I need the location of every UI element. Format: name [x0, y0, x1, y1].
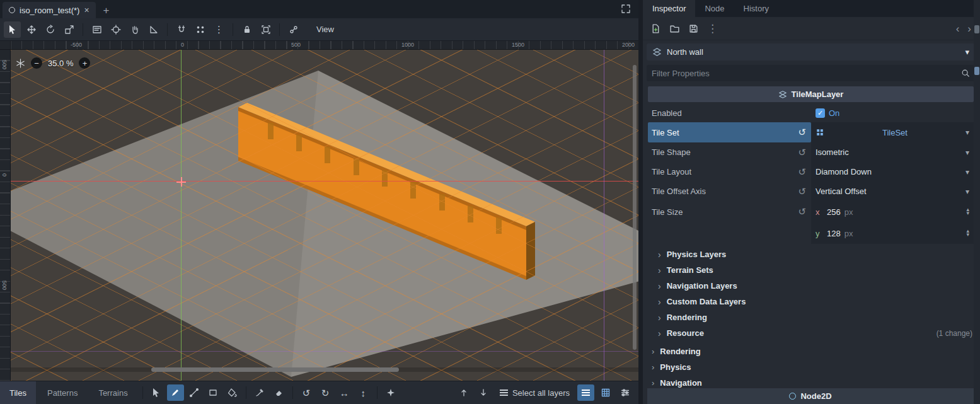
tab-history[interactable]: History — [734, 0, 778, 17]
lock-button[interactable] — [238, 21, 255, 38]
tile-eraser-tool[interactable] — [270, 384, 287, 401]
edited-node-selector[interactable]: North wall ▾ — [647, 43, 975, 61]
tile-picker-tool[interactable] — [251, 384, 268, 401]
rotate-right-icon[interactable]: ↻ — [317, 384, 334, 401]
section-custom-data-layers[interactable]: › Custom Data Layers — [643, 294, 980, 309]
spinner-control[interactable]: ▴ ▾ — [966, 208, 969, 215]
new-resource-icon[interactable] — [650, 23, 661, 34]
filter-properties-box — [647, 65, 975, 81]
grid-toggle[interactable] — [597, 384, 614, 401]
group-physics[interactable]: › Physics — [643, 359, 980, 375]
property-tile-layout: Tile Layout ↺ Diamond Down ▾ — [648, 162, 974, 182]
tile-size-x-spinbox[interactable]: x 256 px ▴ ▾ — [811, 201, 974, 222]
tab-node[interactable]: Node — [695, 0, 734, 17]
history-back-icon[interactable]: ‹ — [956, 23, 960, 34]
close-icon[interactable]: × — [84, 6, 89, 14]
property-label-tile-offset-axis[interactable]: Tile Offset Axis ↺ — [648, 182, 811, 201]
spinner-control[interactable]: ▴ ▾ — [966, 229, 969, 236]
section-terrain-sets[interactable]: › Terrain Sets — [643, 262, 980, 278]
tile-size-x-value[interactable]: 256 — [827, 207, 841, 217]
pan-tool-button[interactable] — [126, 21, 143, 38]
revert-icon[interactable]: ↺ — [798, 147, 806, 158]
2d-viewport-canvas[interactable]: − 35.0 % + — [11, 50, 638, 381]
highlight-layer-toggle[interactable] — [577, 384, 594, 401]
toggle-fullscreen-icon[interactable] — [621, 4, 631, 14]
tab-inspector[interactable]: Inspector — [643, 0, 695, 17]
scene-tab-iso-room-test[interactable]: iso_room_test(*) × — [3, 2, 96, 18]
property-label-tile-layout[interactable]: Tile Layout ↺ — [648, 162, 811, 182]
move-pivot-button[interactable] — [107, 21, 124, 38]
horizontal-scrollbar-thumb[interactable] — [151, 367, 399, 372]
clipped-panel-icon[interactable] — [974, 25, 979, 33]
scale-tool-button[interactable] — [61, 21, 78, 38]
layers-dropdown[interactable]: Select all layers — [495, 388, 575, 398]
center-view-icon[interactable] — [16, 59, 25, 68]
inspector-options-icon[interactable]: ⋮ — [707, 23, 718, 34]
select-tool-button[interactable] — [4, 21, 21, 38]
revert-icon[interactable]: ↺ — [798, 186, 806, 197]
zoom-out-button[interactable]: − — [31, 57, 42, 69]
property-tile-shape: Tile Shape ↺ Isometric ▾ — [648, 142, 974, 162]
flip-vertical-icon[interactable]: ↕ — [355, 384, 372, 401]
load-resource-icon[interactable] — [669, 23, 680, 34]
tile-bucket-tool[interactable] — [224, 384, 241, 401]
tile-layout-dropdown[interactable]: Diamond Down ▾ — [811, 162, 974, 182]
tile-rect-tool[interactable] — [205, 384, 222, 401]
enabled-checkbox[interactable]: ✓ — [816, 108, 825, 118]
history-forward-icon[interactable]: › — [967, 23, 971, 34]
revert-icon[interactable]: ↺ — [798, 166, 806, 178]
section-resource[interactable]: › Resource (1 change) — [643, 325, 980, 341]
filter-properties-input[interactable] — [652, 69, 961, 78]
spin-down-icon[interactable]: ▾ — [966, 212, 969, 216]
add-scene-tab-icon[interactable]: + — [103, 5, 110, 16]
smart-snap-button[interactable] — [173, 21, 190, 38]
group-button[interactable] — [257, 21, 274, 38]
move-layer-down-icon[interactable] — [475, 384, 492, 401]
rotate-tool-button[interactable] — [42, 21, 59, 38]
rotate-left-icon[interactable]: ↺ — [298, 384, 315, 401]
zoom-level[interactable]: 35.0 % — [48, 59, 73, 68]
vertical-scrollbar-thumb[interactable] — [633, 65, 637, 350]
tile-selection-tool[interactable] — [148, 384, 165, 401]
tile-shape-dropdown[interactable]: Isometric ▾ — [811, 142, 974, 162]
tile-line-tool[interactable] — [186, 384, 203, 401]
zoom-in-button[interactable]: + — [79, 57, 90, 69]
revert-icon[interactable]: ↺ — [798, 127, 806, 138]
section-navigation-layers[interactable]: › Navigation Layers — [643, 278, 980, 294]
flip-horizontal-icon[interactable]: ↔ — [336, 384, 353, 401]
tile-offset-axis-dropdown[interactable]: Vertical Offset ▾ — [811, 182, 974, 201]
property-label-enabled[interactable]: Enabled — [648, 103, 811, 122]
tile-paint-tool[interactable] — [167, 384, 184, 401]
tab-patterns[interactable]: Patterns — [38, 381, 87, 404]
tile-size-y-spinbox[interactable]: y 128 px ▴ ▾ — [811, 222, 974, 244]
save-resource-icon[interactable] — [688, 23, 699, 34]
section-physics-layers[interactable]: › Physics Layers — [643, 246, 980, 262]
selectable-list-button[interactable] — [88, 21, 105, 38]
category-header-tilemaplayer[interactable]: TileMapLayer — [648, 86, 974, 102]
spin-down-icon[interactable]: ▾ — [966, 233, 969, 237]
tab-terrains[interactable]: Terrains — [89, 381, 137, 404]
snap-options-menu-icon[interactable]: ⋮ — [210, 21, 228, 38]
category-header-node2d[interactable]: Node2D — [647, 388, 974, 404]
ruler-tool-button[interactable] — [145, 21, 162, 38]
property-label-tile-size[interactable]: Tile Size ↺ — [648, 201, 811, 222]
clipped-pin-icon[interactable] — [974, 67, 979, 75]
tileset-resource-link[interactable]: TileSet — [828, 128, 962, 137]
tile-set-resource-picker[interactable]: TileSet ▾ — [811, 122, 974, 142]
view-menu-button[interactable]: View — [310, 23, 340, 36]
property-label-tile-set[interactable]: Tile Set ↺ — [648, 122, 811, 142]
move-layer-up-icon[interactable] — [456, 384, 473, 401]
tile-size-y-value[interactable]: 128 — [827, 229, 841, 238]
toolbar-separator — [246, 386, 246, 399]
zoom-controls: − 35.0 % + — [16, 57, 90, 69]
section-rendering-layer[interactable]: › Rendering — [643, 309, 980, 325]
group-rendering[interactable]: › Rendering — [643, 343, 980, 359]
revert-icon[interactable]: ↺ — [798, 206, 806, 217]
grid-snap-button[interactable] — [192, 21, 209, 38]
move-tool-button[interactable] — [23, 21, 40, 38]
tile-settings-icon[interactable] — [616, 384, 633, 401]
skeleton-options-button[interactable] — [285, 21, 302, 38]
tab-tiles[interactable]: Tiles — [0, 381, 36, 404]
property-label-tile-shape[interactable]: Tile Shape ↺ — [648, 142, 811, 162]
random-tile-toggle[interactable] — [383, 384, 400, 401]
